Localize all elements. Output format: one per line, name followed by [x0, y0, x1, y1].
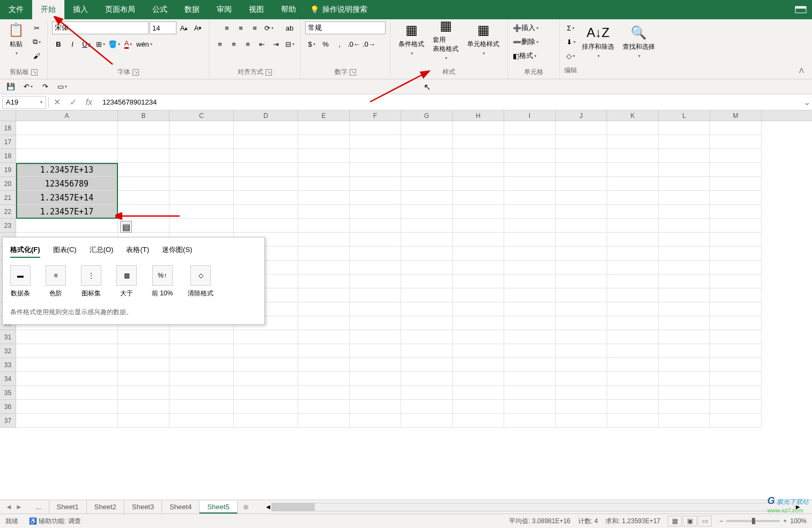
number-dialog-launcher[interactable]: ↘ [350, 69, 356, 76]
cell[interactable] [607, 191, 659, 205]
cell[interactable] [234, 191, 298, 205]
cell[interactable] [607, 205, 659, 219]
cell[interactable] [556, 288, 607, 302]
redo-button[interactable]: ↷ [39, 80, 51, 93]
cell[interactable] [710, 386, 762, 400]
cell[interactable] [710, 233, 762, 247]
cell[interactable] [16, 386, 118, 400]
font-size-select[interactable] [150, 21, 176, 34]
row-header[interactable]: 16 [0, 121, 16, 135]
cell[interactable] [350, 288, 401, 302]
cell[interactable] [453, 386, 504, 400]
cell[interactable] [659, 121, 710, 135]
horizontal-scrollbar[interactable]: ◄► [265, 503, 801, 511]
cell[interactable] [169, 386, 234, 400]
cell[interactable] [298, 233, 350, 247]
expand-formula-bar[interactable]: ⌄ [801, 97, 812, 107]
cell[interactable]: 123456789 [16, 177, 118, 191]
cell[interactable] [350, 274, 401, 288]
cell[interactable] [607, 149, 659, 163]
cell[interactable] [350, 400, 401, 414]
cell[interactable] [401, 274, 453, 288]
cell[interactable] [169, 358, 234, 372]
add-sheet-button[interactable]: ⊕ [238, 503, 254, 511]
cell[interactable] [710, 344, 762, 358]
ribbon-collapse-button[interactable]: ᐱ [795, 64, 808, 77]
cell[interactable] [607, 121, 659, 135]
cell[interactable] [556, 358, 607, 372]
cell[interactable] [118, 135, 169, 149]
find-select-button[interactable]: 🔍查找和选择▾ [619, 24, 659, 60]
cell[interactable] [453, 191, 504, 205]
cell[interactable] [710, 414, 762, 428]
cell[interactable] [169, 400, 234, 414]
col-header[interactable]: G [401, 110, 453, 121]
cell[interactable] [350, 149, 401, 163]
cell[interactable] [298, 358, 350, 372]
cell[interactable] [556, 302, 607, 316]
cell[interactable] [556, 121, 607, 135]
row-header[interactable]: 36 [0, 400, 16, 414]
cell[interactable] [401, 163, 453, 177]
row-header[interactable]: 17 [0, 135, 16, 149]
insert-cells-button[interactable]: ➕插入▾ [512, 21, 555, 34]
tab-home[interactable]: 开始 [32, 0, 64, 19]
cell[interactable] [659, 302, 710, 316]
cell[interactable] [710, 288, 762, 302]
cell[interactable] [556, 372, 607, 386]
copy-button[interactable]: ⧉▾ [30, 35, 43, 48]
cell[interactable] [453, 163, 504, 177]
cell[interactable] [607, 330, 659, 344]
cell[interactable] [710, 219, 762, 233]
row-header[interactable]: 34 [0, 372, 16, 386]
number-format-select[interactable] [305, 21, 386, 34]
cell[interactable] [169, 191, 234, 205]
cell[interactable] [659, 135, 710, 149]
align-middle-button[interactable]: ≡ [234, 21, 247, 34]
cell[interactable] [504, 149, 556, 163]
indent-decrease-button[interactable]: ⇤ [255, 38, 268, 50]
cell[interactable] [16, 219, 118, 233]
tab-help[interactable]: 帮助 [272, 0, 305, 19]
col-header[interactable]: K [607, 110, 659, 121]
cell[interactable] [453, 316, 504, 330]
cell[interactable] [350, 261, 401, 274]
cell[interactable] [556, 344, 607, 358]
cell[interactable] [607, 247, 659, 261]
cell[interactable] [401, 372, 453, 386]
delete-cells-button[interactable]: ➖删除▾ [512, 35, 555, 48]
cell[interactable] [504, 302, 556, 316]
cell[interactable] [350, 344, 401, 358]
cell[interactable] [607, 135, 659, 149]
cell[interactable] [118, 414, 169, 428]
font-dialog-launcher[interactable]: ↘ [132, 69, 139, 76]
align-center-button[interactable]: ≡ [227, 38, 240, 50]
cell[interactable] [298, 261, 350, 274]
sheet-tab-active[interactable]: Sheet5 [200, 501, 237, 514]
cell[interactable] [298, 247, 350, 261]
cell[interactable] [659, 414, 710, 428]
cell[interactable] [659, 274, 710, 288]
sheet-tab[interactable]: Sheet4 [162, 501, 200, 514]
name-box[interactable]: A19▾ [2, 96, 46, 109]
cell[interactable] [710, 191, 762, 205]
clear-button[interactable]: ◇▾ [564, 49, 577, 62]
sheet-tab-more[interactable]: ... [28, 501, 49, 514]
cell[interactable] [607, 177, 659, 191]
align-right-button[interactable]: ≡ [241, 38, 254, 50]
sheet-nav-prev[interactable]: ◄ [5, 503, 12, 511]
cell[interactable] [504, 358, 556, 372]
cell[interactable] [504, 372, 556, 386]
cell[interactable] [710, 149, 762, 163]
cell[interactable] [298, 191, 350, 205]
cell[interactable] [659, 261, 710, 274]
col-header[interactable]: L [659, 110, 710, 121]
col-header[interactable]: B [118, 110, 169, 121]
cell[interactable] [350, 163, 401, 177]
cell[interactable] [659, 247, 710, 261]
cell[interactable] [234, 414, 298, 428]
cell[interactable] [504, 330, 556, 344]
cell[interactable] [504, 414, 556, 428]
opt-clear-format[interactable]: ◇清除格式 [188, 265, 213, 298]
opt-greater-than[interactable]: ▦大于 [116, 265, 137, 298]
